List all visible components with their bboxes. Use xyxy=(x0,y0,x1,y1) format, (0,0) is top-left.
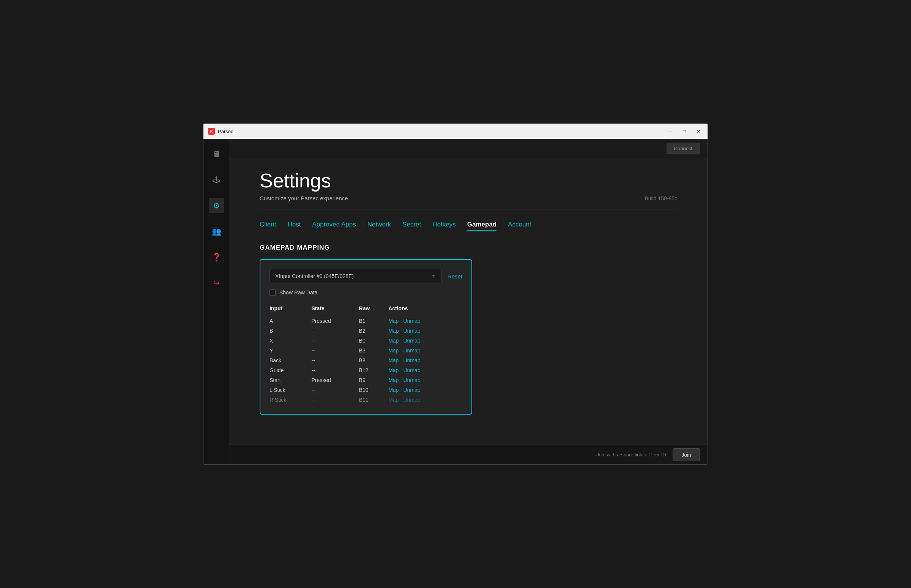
cell-input: R Stick xyxy=(270,395,311,405)
cell-state: -- xyxy=(311,365,359,375)
build-info: Build 150-85c xyxy=(644,195,677,202)
unmap-link[interactable]: Unmap xyxy=(403,397,420,403)
cell-state: Pressed xyxy=(311,375,359,385)
unmap-link[interactable]: Unmap xyxy=(403,328,420,334)
cell-raw: B10 xyxy=(359,385,389,395)
sidebar-item-gamepad[interactable]: 🕹 xyxy=(209,172,224,187)
sidebar-item-settings[interactable]: ⚙ xyxy=(209,198,224,213)
cell-actions: Map Unmap xyxy=(388,326,462,336)
computer-icon: 🖥 xyxy=(212,150,220,158)
sidebar-item-help[interactable]: ❓ xyxy=(209,250,224,265)
tab-gamepad[interactable]: Gamepad xyxy=(467,221,497,231)
map-link[interactable]: Map xyxy=(388,357,398,363)
table-body: A Pressed B1 Map Unmap B -- B2 Map Unmap… xyxy=(270,316,462,405)
settings-header: Settings Customize your Parsec experienc… xyxy=(260,169,677,209)
unmap-link[interactable]: Unmap xyxy=(403,347,420,354)
cell-input: X xyxy=(270,336,311,346)
map-link[interactable]: Map xyxy=(388,387,398,393)
cell-input: B xyxy=(270,326,311,336)
sidebar-item-computer[interactable]: 🖥 xyxy=(209,147,224,162)
reset-button[interactable]: Reset xyxy=(448,273,462,279)
col-input: Input xyxy=(270,303,311,316)
cell-raw: B1 xyxy=(359,316,389,326)
show-raw-data-row: Show Raw Data xyxy=(270,289,462,296)
map-link[interactable]: Map xyxy=(388,338,398,344)
help-icon: ❓ xyxy=(212,253,221,262)
cell-raw: B3 xyxy=(359,346,389,355)
settings-heading: Settings Customize your Parsec experienc… xyxy=(260,169,350,202)
settings-content: Settings Customize your Parsec experienc… xyxy=(229,158,707,444)
show-raw-data-checkbox[interactable] xyxy=(270,289,275,296)
sidebar-item-team[interactable]: 👥 xyxy=(209,224,224,239)
cell-state: -- xyxy=(311,326,359,336)
gamepad-sidebar-icon: 🕹 xyxy=(212,176,220,184)
cell-actions: Map Unmap xyxy=(388,395,462,405)
cell-input: L Stick xyxy=(270,385,311,395)
cell-state: Pressed xyxy=(311,316,359,326)
cell-input: Start xyxy=(270,375,311,385)
connect-button[interactable]: Connect xyxy=(667,143,700,154)
map-link[interactable]: Map xyxy=(388,347,398,354)
cell-input: A xyxy=(270,316,311,326)
cell-actions: Map Unmap xyxy=(388,336,462,346)
app-window: P Parsec — □ ✕ 🖥 🕹 ⚙ 👥 ❓ xyxy=(203,123,708,465)
cell-raw: B0 xyxy=(359,336,389,346)
minimize-button[interactable]: — xyxy=(665,128,675,135)
map-link[interactable]: Map xyxy=(388,377,398,383)
table-header-row: Input State Raw Actions xyxy=(270,303,462,316)
map-link[interactable]: Map xyxy=(388,397,398,403)
window-title: Parsec xyxy=(218,129,665,134)
logout-icon: ↪ xyxy=(213,278,220,288)
top-bar: Connect xyxy=(229,139,707,158)
tab-approved-apps[interactable]: Approved Apps xyxy=(312,221,356,231)
tab-network[interactable]: Network xyxy=(367,221,391,231)
close-button[interactable]: ✕ xyxy=(694,128,703,135)
map-link[interactable]: Map xyxy=(388,318,398,324)
controller-dropdown[interactable]: XInput Controller #0 (045E/028E) ▼ xyxy=(270,269,442,283)
cell-actions: Map Unmap xyxy=(388,385,462,395)
unmap-link[interactable]: Unmap xyxy=(403,377,420,383)
sidebar: 🖥 🕹 ⚙ 👥 ❓ ↪ xyxy=(204,139,229,464)
cell-raw: B11 xyxy=(359,395,389,405)
cell-raw: B12 xyxy=(359,365,389,375)
table-row: L Stick -- B10 Map Unmap xyxy=(270,385,462,395)
cell-state: -- xyxy=(311,385,359,395)
tab-hotkeys[interactable]: Hotkeys xyxy=(432,221,455,231)
controller-selected-value: XInput Controller #0 (045E/028E) xyxy=(275,273,354,279)
cell-input: Back xyxy=(270,355,311,365)
unmap-link[interactable]: Unmap xyxy=(403,357,420,363)
cell-state: -- xyxy=(311,355,359,365)
tab-account[interactable]: Account xyxy=(508,221,531,231)
unmap-link[interactable]: Unmap xyxy=(403,367,420,373)
sidebar-item-logout[interactable]: ↪ xyxy=(209,275,224,291)
join-hint: Join with a share link or Peer ID. xyxy=(596,452,667,457)
cell-actions: Map Unmap xyxy=(388,346,462,355)
table-row: Start Pressed B9 Map Unmap xyxy=(270,375,462,385)
maximize-button[interactable]: □ xyxy=(681,128,688,135)
table-row: B -- B2 Map Unmap xyxy=(270,326,462,336)
tab-client[interactable]: Client xyxy=(260,221,276,231)
cell-actions: Map Unmap xyxy=(388,365,462,375)
controller-row: XInput Controller #0 (045E/028E) ▼ Reset xyxy=(270,269,462,283)
page-title: Settings xyxy=(260,169,350,192)
unmap-link[interactable]: Unmap xyxy=(403,387,420,393)
table-header: Input State Raw Actions xyxy=(270,303,462,316)
table-row: X -- B0 Map Unmap xyxy=(270,336,462,346)
col-state: State xyxy=(311,303,359,316)
main-layout: 🖥 🕹 ⚙ 👥 ❓ ↪ Connect xyxy=(204,139,707,464)
tab-secret[interactable]: Secret xyxy=(402,221,421,231)
col-actions: Actions xyxy=(388,303,462,316)
col-raw: Raw xyxy=(359,303,389,316)
join-button[interactable]: Join xyxy=(673,448,700,461)
tab-host[interactable]: Host xyxy=(287,221,301,231)
unmap-link[interactable]: Unmap xyxy=(403,318,420,324)
table-row: Y -- B3 Map Unmap xyxy=(270,346,462,355)
map-link[interactable]: Map xyxy=(388,367,398,373)
mapping-table: Input State Raw Actions A Pressed B1 Map… xyxy=(270,303,462,405)
cell-raw: B9 xyxy=(359,375,389,385)
cell-actions: Map Unmap xyxy=(388,355,462,365)
unmap-link[interactable]: Unmap xyxy=(403,338,420,344)
show-raw-data-label: Show Raw Data xyxy=(279,289,317,296)
map-link[interactable]: Map xyxy=(388,328,398,334)
cell-raw: B2 xyxy=(359,326,389,336)
